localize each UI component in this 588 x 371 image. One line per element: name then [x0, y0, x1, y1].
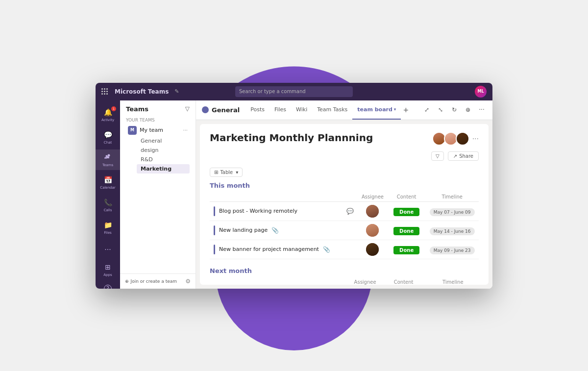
help-icon: ?: [104, 285, 112, 289]
tab-teamboard[interactable]: team board ▾: [352, 100, 401, 120]
view-toggle[interactable]: ⊞ Table ▾: [210, 168, 243, 177]
sidebar-footer: ⊕ Join or create a team ⚙: [120, 273, 196, 289]
col-content-header: Content: [388, 192, 425, 202]
col-task-nm: [210, 277, 350, 285]
calls-icon: 📞: [103, 198, 113, 207]
view-chevron: ▾: [236, 170, 238, 175]
channel-tabs: Posts Files Wiki Team Tasks team board ▾…: [245, 100, 422, 120]
more-actions-icon[interactable]: ···: [477, 105, 487, 115]
teams-window: Microsoft Teams ✎ Search or type a comma…: [96, 83, 492, 289]
status-badge: Done: [393, 246, 419, 254]
team-more-icon[interactable]: ···: [183, 127, 188, 133]
more-icon: ···: [103, 245, 113, 254]
team-icon: M: [128, 126, 137, 135]
nav-item-more[interactable]: ···: [103, 242, 113, 257]
timeline-badge: May 14 - June 16: [430, 227, 475, 235]
your-teams-section: Your teams M My team ··· General design …: [120, 116, 196, 174]
channel-design[interactable]: design: [137, 146, 190, 155]
next-month-table: Assignee Content Timeline Review assets …: [210, 277, 479, 285]
tab-posts[interactable]: Posts: [245, 100, 270, 120]
sidebar-header: Teams ▽: [120, 100, 196, 116]
channel-name-label: General: [212, 106, 240, 114]
nav-item-teams[interactable]: Teams: [96, 149, 120, 170]
tab-files[interactable]: Files: [270, 100, 291, 120]
board-avatars: [432, 132, 469, 146]
timeline-badge: May 07 - June 09: [430, 208, 475, 216]
left-nav: 🔔 Activity 1 💬 Chat Teams: [96, 100, 120, 289]
join-team-icon: ⊕: [125, 279, 129, 284]
board-more-icon[interactable]: ···: [472, 135, 479, 143]
nav-item-calls[interactable]: 📞 Calls: [96, 195, 120, 215]
apps-icon: ⊞: [103, 262, 113, 272]
tab-teamtasks[interactable]: Team Tasks: [312, 100, 352, 120]
task-bar: [214, 225, 215, 235]
channel-dot: [202, 106, 209, 113]
nav-item-calendar[interactable]: 📅 Calendar: [96, 172, 120, 193]
filter-icon-btn: ▽: [436, 153, 440, 159]
this-month-table: Assignee Content Timeline Blog post - Wo…: [210, 192, 479, 259]
file-icon[interactable]: 📎: [271, 227, 279, 234]
section-this-month: This month: [210, 182, 479, 189]
status-badge: Done: [393, 227, 419, 235]
chat-icon: 💬: [103, 130, 113, 140]
svg-point-0: [108, 154, 110, 156]
tab-wiki[interactable]: Wiki: [291, 100, 312, 120]
app-name: Microsoft Teams: [115, 88, 169, 95]
filter-icon[interactable]: ▽: [185, 105, 190, 112]
task-bar: [214, 206, 215, 216]
table-row: Blog post - Working remotely 💬: [210, 201, 479, 221]
channel-rd[interactable]: R&D: [137, 155, 190, 164]
nav-item-help[interactable]: ? Help: [103, 282, 113, 289]
svg-point-1: [106, 155, 108, 157]
expand-icon[interactable]: ⤢: [422, 105, 432, 115]
board-title-row: Marketing Monthly Plannning: [210, 132, 479, 146]
add-tab-button[interactable]: +: [401, 106, 411, 114]
nav-item-files[interactable]: 📁 Files: [96, 217, 120, 238]
title-bar: Microsoft Teams ✎ Search or type a comma…: [96, 83, 492, 100]
refresh-icon[interactable]: ↻: [449, 105, 459, 115]
join-settings-icon[interactable]: ⚙: [185, 278, 191, 285]
sidebar: Teams ▽ Your teams M My team ··· General…: [120, 100, 196, 289]
assignee-avatar: [366, 205, 379, 218]
search-box[interactable]: Search or type a command: [235, 86, 353, 97]
table-icon: ⊞: [214, 170, 218, 175]
col-task: [210, 192, 358, 202]
col-assignee-nm: Assignee: [350, 277, 380, 285]
channel-list: General design R&D Marketing: [126, 136, 190, 173]
user-avatar[interactable]: ML: [475, 86, 487, 98]
status-badge: Done: [393, 208, 419, 216]
grid-icon: [101, 88, 108, 95]
pencil-icon: ✎: [174, 88, 179, 95]
assignee-avatar: [366, 243, 379, 256]
board-avatar-3: [456, 132, 469, 146]
globe-icon[interactable]: ⊕: [463, 105, 473, 115]
channel-header-actions: ⤢ ⤡ ↻ ⊕ ···: [422, 105, 487, 115]
view-section: ⊞ Table ▾: [210, 167, 479, 177]
team-name: My team: [140, 127, 180, 133]
join-team-button[interactable]: ⊕ Join or create a team: [125, 279, 177, 284]
file-icon[interactable]: 📎: [323, 246, 330, 253]
main-content: 🔔 Activity 1 💬 Chat Teams: [96, 100, 492, 289]
task-bar: [214, 245, 215, 254]
comment-icon[interactable]: 💬: [346, 208, 354, 215]
col-timeline-header: Timeline: [425, 192, 479, 202]
channel-marketing[interactable]: Marketing: [137, 164, 190, 173]
your-teams-label: Your teams: [126, 118, 190, 123]
timeline-badge: May 09 - June 23: [430, 247, 475, 254]
teams-icon: [103, 152, 113, 162]
fullscreen-icon[interactable]: ⤡: [436, 105, 445, 115]
channel-general[interactable]: General: [137, 136, 190, 146]
assignee-avatar: [366, 224, 379, 237]
nav-item-apps[interactable]: ⊞ Apps: [103, 259, 113, 280]
table-row: New banner for project management 📎: [210, 240, 479, 259]
share-button[interactable]: ↗ Share: [448, 151, 479, 161]
filter-button[interactable]: ▽: [431, 151, 444, 161]
sidebar-title: Teams: [126, 105, 148, 113]
share-icon: ↗: [453, 153, 457, 159]
team-item-myteam[interactable]: M My team ···: [126, 124, 190, 136]
nav-item-chat[interactable]: 💬 Chat: [96, 127, 120, 148]
files-icon: 📁: [103, 220, 113, 230]
nav-item-activity[interactable]: 🔔 Activity 1: [96, 104, 120, 125]
section-next-month: Next month: [210, 267, 479, 274]
channel-area: General Posts Files Wiki Team Tasks team…: [196, 100, 492, 289]
